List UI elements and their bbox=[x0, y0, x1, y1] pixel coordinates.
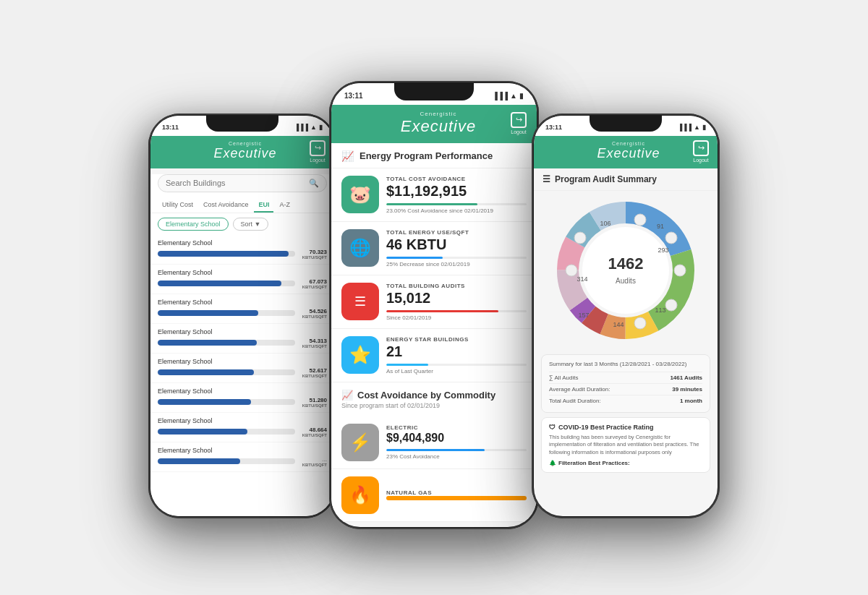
bolt-icon: ⚡ bbox=[341, 424, 379, 461]
cost-sub: Since program start of 02/01/2019 bbox=[341, 402, 527, 409]
chart-icon: 📈 bbox=[341, 150, 354, 162]
bar-fill-2 bbox=[158, 281, 281, 286]
search-icon: 🔍 bbox=[309, 179, 319, 188]
metric-label-energy: TOTAL ENERGY USE/SQFT bbox=[386, 229, 527, 236]
center-phone-wrapper: 13:11 ▐▐▐ ▲ ▮ Cenergistic bbox=[344, 81, 524, 529]
metric-body-audits: TOTAL BUILDING AUDITS 15,012 Since 02/01… bbox=[386, 283, 527, 321]
right-logout-btn[interactable]: ↪ Logout bbox=[693, 140, 709, 163]
metric-label-audits: TOTAL BUILDING AUDITS bbox=[386, 283, 527, 289]
metric-bar-cost bbox=[386, 203, 527, 205]
cost-chart-icon: 📈 bbox=[341, 390, 353, 401]
covid-description: This building has been surveyed by Cener… bbox=[549, 434, 702, 457]
svg-text:144: 144 bbox=[613, 321, 624, 328]
building-name-3: Elementary School bbox=[158, 299, 327, 306]
center-time: 13:11 bbox=[344, 92, 363, 100]
covid-box: 🛡 COVID-19 Best Practice Rating This bui… bbox=[541, 417, 710, 474]
metric-bar-energy bbox=[386, 257, 527, 259]
bar-fill-7 bbox=[158, 429, 247, 435]
building-item-3[interactable]: Elementary School 54.526 KBTU/SQFT bbox=[150, 294, 334, 324]
metric-bar-star bbox=[386, 364, 527, 366]
right-logout-icon: ↪ bbox=[693, 140, 709, 156]
sort-tabs: Utility Cost Cost Avoidance EUI A-Z bbox=[150, 198, 334, 213]
star-icon: ⭐ bbox=[341, 336, 379, 374]
audit-summary-box: Summary for last 3 Months (12/28/2021 - … bbox=[541, 354, 710, 413]
covid-sub-title: 🌲 Filteration Best Practices: bbox=[549, 460, 702, 466]
bar-fill-3 bbox=[158, 310, 258, 316]
bar-value-3: 54.526 KBTU/SQFT bbox=[299, 308, 327, 319]
metric-bar-fill-star bbox=[386, 364, 428, 366]
left-header-title: Cenergistic Executive bbox=[181, 141, 310, 161]
bar-track-3 bbox=[158, 310, 295, 316]
all-audits-value: 1461 Audits bbox=[670, 374, 702, 381]
metric-bar-fill-cost bbox=[386, 203, 477, 205]
building-item-8[interactable]: Elementary School ... KBTU/SQFT bbox=[150, 442, 334, 472]
tree-icon: 🌲 bbox=[549, 460, 556, 466]
covid-title: 🛡 COVID-19 Best Practice Rating bbox=[549, 424, 702, 431]
all-audits-label: ∑ All Audits bbox=[549, 374, 578, 381]
bar-row-2: 67.073 KBTU/SQFT bbox=[158, 278, 327, 289]
center-phone: 13:11 ▐▐▐ ▲ ▮ Cenergistic bbox=[329, 81, 539, 529]
bar-row-1: 70.323 KBTU/SQFT bbox=[158, 249, 327, 260]
filter-chip-elementary[interactable]: Elementary School bbox=[158, 218, 229, 231]
metric-label-electric: ELECTRIC bbox=[386, 424, 527, 431]
bar-track-4 bbox=[158, 340, 295, 346]
buildings-list: Elementary School 70.323 KBTU/SQFT bbox=[150, 235, 334, 472]
phones-container: 13:11 ▐▐▐ ▲ ▮ Cenergistic bbox=[0, 0, 868, 595]
metric-body-cost: TOTAL COST AVOIDANCE $11,192,915 23.00% … bbox=[386, 176, 527, 214]
building-item-5[interactable]: Elementary School 52.617 KBTU/SQFT bbox=[150, 354, 334, 383]
left-content: 🔍 Utility Cost Cost Avoidance EUI A-Z bbox=[150, 174, 334, 516]
metric-bar-fill-audits bbox=[386, 310, 498, 312]
metric-label-cost: TOTAL COST AVOIDANCE bbox=[386, 176, 527, 182]
svg-point-21 bbox=[674, 265, 686, 276]
sort-chip[interactable]: Sort ▼ bbox=[233, 218, 269, 231]
bar-row-5: 52.617 KBTU/SQFT bbox=[158, 367, 327, 378]
right-phone-wrapper: 13:11 ▐▐▐ ▲ ▮ Cenergistic bbox=[532, 114, 720, 518]
bar-value-4: 54.313 KBTU/SQFT bbox=[299, 338, 327, 348]
metric-card-cost-avoidance[interactable]: 🐷 TOTAL COST AVOIDANCE $11,192,915 23.00… bbox=[331, 168, 537, 222]
right-brand: Cenergistic bbox=[564, 141, 693, 146]
building-name-5: Elementary School bbox=[158, 358, 327, 365]
metric-sub-cost: 23.00% Cost Avoidance since 02/01/2019 bbox=[386, 207, 527, 214]
metric-card-audits[interactable]: ☰ TOTAL BUILDING AUDITS 15,012 Since 02/… bbox=[331, 275, 537, 329]
tab-az[interactable]: A-Z bbox=[275, 198, 294, 213]
bar-fill-6 bbox=[158, 399, 251, 405]
center-app-header: Cenergistic Executive ↪ Logout bbox=[331, 105, 537, 143]
right-phone: 13:11 ▐▐▐ ▲ ▮ Cenergistic bbox=[532, 114, 720, 518]
right-logout-label: Logout bbox=[693, 158, 708, 163]
left-logout-btn[interactable]: ↪ Logout bbox=[310, 140, 326, 163]
left-phone: 13:11 ▐▐▐ ▲ ▮ Cenergistic bbox=[148, 114, 336, 518]
tab-utility-cost[interactable]: Utility Cost bbox=[158, 198, 197, 213]
bar-track-5 bbox=[158, 369, 295, 375]
metric-card-energy-use[interactable]: 🌐 TOTAL ENERGY USE/SQFT 46 KBTU 25% Decr… bbox=[331, 222, 537, 275]
svg-point-24 bbox=[566, 265, 577, 276]
tab-eui[interactable]: EUI bbox=[254, 198, 273, 213]
energy-performance-header: 📈 Energy Program Performance bbox=[331, 143, 537, 168]
svg-text:157: 157 bbox=[578, 312, 589, 319]
tab-cost-avoidance[interactable]: Cost Avoidance bbox=[199, 198, 252, 213]
building-item-2[interactable]: Elementary School 67.073 KBTU/SQFT bbox=[150, 265, 334, 294]
building-item-4[interactable]: Elementary School 54.313 KBTU/SQFT bbox=[150, 324, 334, 354]
metric-value-cost: $11,192,915 bbox=[386, 182, 527, 200]
building-name-7: Elementary School bbox=[158, 417, 327, 424]
building-item-7[interactable]: Elementary School 48.664 KBTU/SQFT bbox=[150, 413, 334, 442]
building-item-6[interactable]: Elementary School 51.280 KBTU/SQFT bbox=[150, 383, 334, 413]
left-status-icons: ▐▐▐ ▲ ▮ bbox=[294, 124, 323, 131]
svg-text:106: 106 bbox=[600, 220, 610, 227]
search-input[interactable] bbox=[166, 179, 309, 187]
center-phone-screen: 13:11 ▐▐▐ ▲ ▮ Cenergistic bbox=[331, 83, 537, 527]
center-logout-btn[interactable]: ↪ Logout bbox=[511, 112, 527, 134]
search-bar[interactable]: 🔍 bbox=[158, 174, 327, 192]
metric-card-energy-star[interactable]: ⭐ ENERGY STAR BUILDINGS 21 As of Last Qu… bbox=[331, 329, 537, 382]
audit-row-total: Total Audit Duration: 1 month bbox=[549, 395, 702, 406]
audit-list-icon: ☰ bbox=[542, 174, 550, 184]
building-name-6: Elementary School bbox=[158, 388, 327, 395]
right-app-header: Cenergistic Executive ↪ Logout bbox=[534, 136, 718, 168]
right-battery-icon: ▮ bbox=[702, 124, 706, 131]
metric-body-gas: NATURAL GAS bbox=[386, 489, 527, 500]
building-item-1[interactable]: Elementary School 70.323 KBTU/SQFT bbox=[150, 235, 334, 265]
cost-section-title: 📈 Cost Avoidance by Commodity bbox=[341, 390, 527, 401]
metric-card-electric[interactable]: ⚡ ELECTRIC $9,404,890 23% Cost Avoidance bbox=[331, 416, 537, 469]
metric-card-natural-gas[interactable]: 🔥 NATURAL GAS bbox=[331, 469, 537, 522]
metric-bar-fill-energy bbox=[386, 257, 443, 259]
svg-text:113: 113 bbox=[655, 307, 665, 314]
